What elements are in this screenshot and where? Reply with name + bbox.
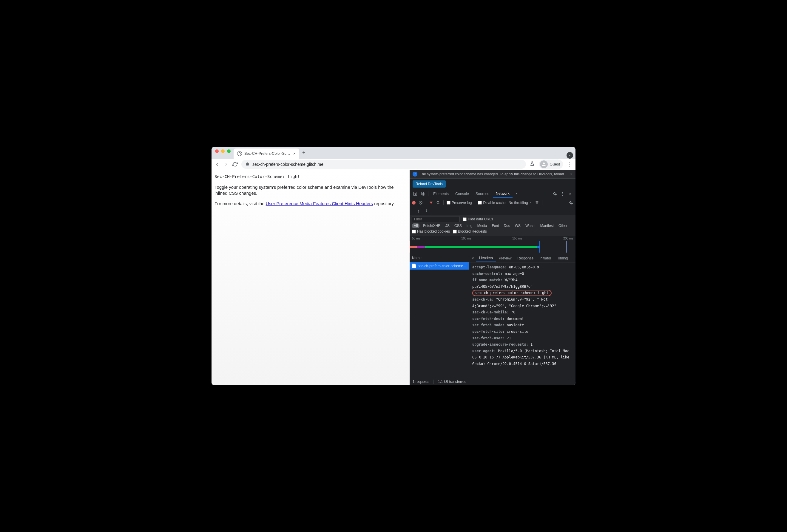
url-text: sec-ch-prefers-color-scheme.glitch.me bbox=[252, 162, 323, 167]
request-row[interactable]: sec-ch-prefers-color-scheme... bbox=[410, 262, 469, 270]
label: Disable cache bbox=[483, 201, 505, 205]
clear-button[interactable] bbox=[419, 201, 423, 205]
filter-icon[interactable] bbox=[429, 201, 433, 205]
detail-tab-response[interactable]: Response bbox=[514, 254, 536, 262]
tab-elements[interactable]: Elements bbox=[430, 190, 452, 198]
tab-network[interactable]: Network bbox=[493, 190, 513, 198]
filter-chip[interactable]: Font bbox=[490, 223, 500, 228]
network-settings-icon[interactable] bbox=[569, 201, 573, 205]
name-column-header[interactable]: Name bbox=[410, 254, 469, 262]
record-button[interactable] bbox=[412, 201, 416, 204]
header-row: sec-ch-ua: "Chromium";v="92", " Not A;Br… bbox=[472, 296, 573, 309]
menu-button[interactable]: ⋮ bbox=[567, 161, 573, 168]
header-row: sec-fetch-site: cross-site bbox=[472, 329, 573, 335]
paragraph-2: For more details, visit the User Prefere… bbox=[214, 201, 407, 207]
throttling-select[interactable]: No throttling bbox=[509, 201, 532, 205]
device-toggle-icon[interactable] bbox=[419, 192, 426, 196]
content-area: Sec-CH-Prefers-Color-Scheme: light Toggl… bbox=[212, 170, 575, 385]
devtools-tabs: Elements Console Sources Network ⋮ × bbox=[410, 190, 575, 198]
new-tab-button[interactable]: + bbox=[299, 148, 309, 158]
experiments-icon[interactable] bbox=[530, 161, 535, 168]
label: Preserve log bbox=[452, 201, 472, 205]
import-har-icon[interactable]: ⭱ bbox=[412, 208, 421, 214]
filter-chip[interactable]: Img bbox=[465, 223, 474, 228]
wifi-icon[interactable] bbox=[535, 201, 539, 205]
filter-chip[interactable]: Other bbox=[557, 223, 569, 228]
minimize-window-button[interactable] bbox=[221, 149, 225, 153]
devtools-info-bar: i The system-preferred color scheme has … bbox=[410, 170, 575, 179]
request-name: sec-ch-prefers-color-scheme... bbox=[418, 264, 466, 268]
blocked-requests-checkbox[interactable]: Blocked Requests bbox=[453, 229, 487, 234]
reload-button[interactable] bbox=[232, 162, 238, 167]
detail-tab-timing[interactable]: Timing bbox=[554, 254, 571, 262]
tab-console[interactable]: Console bbox=[452, 190, 472, 198]
filter-chip[interactable]: WS bbox=[514, 223, 522, 228]
filter-bar: Hide data URLs AllFetch/XHRJSCSSImgMedia… bbox=[410, 215, 575, 236]
header-row: sec-fetch-mode: navigate bbox=[472, 322, 573, 329]
preserve-log-checkbox[interactable]: Preserve log bbox=[447, 201, 472, 205]
tab-sources[interactable]: Sources bbox=[472, 190, 492, 198]
tab-overflow-button[interactable] bbox=[567, 152, 573, 159]
hide-data-urls-checkbox[interactable]: Hide data URLs bbox=[463, 217, 493, 221]
label: Has blocked cookies bbox=[417, 229, 450, 234]
header-row: accept-language: en-US,en;q=0.9 bbox=[472, 264, 573, 271]
close-window-button[interactable] bbox=[215, 149, 219, 153]
client-hints-link[interactable]: User Preference Media Features Client Hi… bbox=[266, 201, 373, 206]
info-message: The system-preferred color scheme has ch… bbox=[420, 172, 568, 176]
filter-chip[interactable]: Wasm bbox=[524, 223, 537, 228]
filter-chip[interactable]: Media bbox=[476, 223, 488, 228]
label: No throttling bbox=[509, 201, 528, 205]
more-tabs-icon[interactable] bbox=[513, 192, 520, 196]
timeline-tick: 100 ms bbox=[461, 237, 471, 240]
export-har-icon[interactable]: ⭳ bbox=[425, 208, 429, 214]
close-tab-button[interactable]: × bbox=[293, 151, 296, 156]
window-controls bbox=[214, 149, 234, 156]
address-bar[interactable]: sec-ch-prefers-color-scheme.glitch.me bbox=[241, 160, 526, 169]
transferred-size: 1.1 kB transferred bbox=[438, 380, 466, 384]
filter-chip[interactable]: JS bbox=[444, 223, 451, 228]
maximize-window-button[interactable] bbox=[227, 149, 231, 153]
detail-tab-preview[interactable]: Preview bbox=[496, 254, 515, 262]
disable-cache-checkbox[interactable]: Disable cache bbox=[478, 201, 505, 205]
close-devtools-button[interactable]: × bbox=[567, 192, 574, 196]
document-icon bbox=[412, 264, 416, 268]
filter-chip[interactable]: Manifest bbox=[539, 223, 555, 228]
header-row: sec-fetch-user: ?1 bbox=[472, 335, 573, 342]
profile-button[interactable]: Guest bbox=[539, 159, 563, 169]
timeline-tick: 200 ms bbox=[563, 237, 573, 240]
text: For more details, visit the bbox=[214, 201, 266, 206]
back-button[interactable] bbox=[214, 162, 220, 167]
header-row: user-agent: Mozilla/5.0 (Macintosh; Inte… bbox=[472, 348, 573, 368]
tab-bar: Sec-CH-Prefers-Color-Scheme × + bbox=[212, 147, 575, 159]
header-row: upgrade-insecure-requests: 1 bbox=[472, 341, 573, 348]
avatar-icon bbox=[540, 160, 548, 168]
close-detail-button[interactable]: × bbox=[469, 256, 476, 260]
search-icon[interactable] bbox=[436, 201, 440, 205]
detail-tabs: × Headers Preview Response Initiator Tim… bbox=[469, 254, 575, 262]
browser-toolbar: sec-ch-prefers-color-scheme.glitch.me Gu… bbox=[212, 159, 575, 170]
header-row: if-none-match: W/"3b4-puYz4Q5/GV7nZfWtr/… bbox=[472, 277, 573, 290]
headers-body[interactable]: accept-language: en-US,en;q=0.9cache-con… bbox=[469, 262, 575, 378]
dismiss-info-button[interactable]: × bbox=[570, 172, 573, 176]
filter-chip[interactable]: Fetch/XHR bbox=[422, 223, 442, 228]
filter-input[interactable] bbox=[412, 216, 460, 222]
detail-tab-headers[interactable]: Headers bbox=[476, 254, 495, 262]
devtools-panel: i The system-preferred color scheme has … bbox=[410, 170, 575, 385]
network-toolbar: Preserve log Disable cache No throttling bbox=[410, 198, 575, 207]
settings-icon[interactable] bbox=[551, 192, 558, 196]
detail-tab-initiator[interactable]: Initiator bbox=[536, 254, 554, 262]
blocked-cookies-checkbox[interactable]: Has blocked cookies bbox=[412, 229, 450, 234]
filter-chip[interactable]: All bbox=[412, 223, 420, 228]
inspect-element-icon[interactable] bbox=[411, 192, 419, 196]
info-icon: i bbox=[412, 172, 417, 177]
browser-tab[interactable]: Sec-CH-Prefers-Color-Scheme × bbox=[234, 149, 299, 159]
devtools-menu-icon[interactable]: ⋮ bbox=[559, 192, 566, 196]
paragraph-1: Toggle your operating system's preferred… bbox=[214, 184, 407, 197]
label: Blocked Requests bbox=[458, 229, 487, 234]
header-row: sec-fetch-dest: document bbox=[472, 316, 573, 323]
reload-devtools-button[interactable]: Reload DevTools bbox=[412, 180, 446, 187]
network-timeline[interactable]: 50 ms100 ms150 ms200 ms bbox=[410, 236, 575, 254]
filter-chip[interactable]: CSS bbox=[453, 223, 463, 228]
filter-chip[interactable]: Doc bbox=[503, 223, 511, 228]
forward-button[interactable] bbox=[224, 162, 229, 167]
